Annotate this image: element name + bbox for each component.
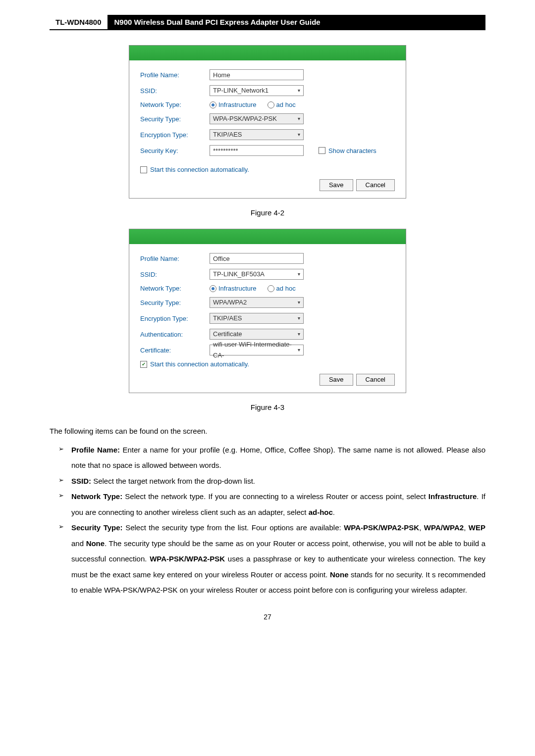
security-type-select[interactable]: WPA/WPA2 ▾ (210, 297, 304, 308)
cancel-button[interactable]: Cancel (356, 179, 395, 191)
item-label: Profile Name: (71, 446, 120, 454)
term-opt3: WEP (469, 523, 485, 532)
show-characters-label: Show characters (328, 147, 376, 154)
ssid-label: SSID: (140, 271, 210, 278)
chevron-down-icon: ▾ (298, 269, 300, 280)
certificate-select[interactable]: wifi-user WiFi-Intermediate-CA- ▾ (210, 345, 304, 355)
security-type-label: Security Type: (140, 115, 210, 123)
list-item: Security Type: Select the security type … (50, 520, 485, 598)
authentication-label: Authentication: (140, 331, 210, 338)
doc-title: N900 Wireless Dual Band PCI Express Adap… (107, 15, 485, 29)
network-type-label: Network Type: (140, 285, 210, 292)
figure-caption-2: Figure 4-3 (50, 403, 485, 411)
adhoc-radio[interactable] (268, 285, 274, 292)
dialog-title-bar (129, 46, 406, 60)
infrastructure-radio[interactable] (210, 285, 216, 292)
encryption-type-label: Encryption Type: (140, 131, 210, 139)
adhoc-radio[interactable] (268, 101, 274, 108)
list-item: Profile Name: Enter a name for your prof… (50, 442, 485, 473)
item-text: . (333, 508, 335, 516)
ssid-select[interactable]: TP-LINK_Network1 ▾ (210, 85, 304, 96)
term-opt1: WPA-PSK/WPA2-PSK (344, 523, 419, 532)
term-opt4: None (86, 539, 105, 548)
save-button[interactable]: Save (320, 179, 353, 191)
security-type-select[interactable]: WPA-PSK/WPA2-PSK ▾ (210, 113, 304, 124)
auto-start-label: Start this connection automatically. (150, 166, 249, 173)
page-number: 27 (50, 613, 485, 621)
profile-name-input[interactable]: Office (210, 253, 304, 264)
ssid-label: SSID: (140, 87, 210, 95)
ssid-select[interactable]: TP-LINK_BF503A ▾ (210, 269, 304, 280)
term-adhoc: ad-hoc (309, 508, 333, 516)
profile-name-label: Profile Name: (140, 255, 210, 262)
encryption-type-value: TKIP/AES (213, 129, 242, 140)
item-text: Enter a name for your profile (e.g. Home… (71, 446, 485, 470)
list-item: Network Type: Select the network type. I… (50, 489, 485, 520)
chevron-down-icon: ▾ (298, 129, 300, 140)
item-text: Select the network type. If you are conn… (122, 492, 428, 501)
encryption-type-label: Encryption Type: (140, 315, 210, 322)
chevron-down-icon: ▾ (298, 345, 300, 355)
security-type-value: WPA-PSK/WPA2-PSK (213, 113, 277, 124)
ssid-value: TP-LINK_BF503A (213, 269, 265, 280)
chevron-down-icon: ▾ (298, 329, 300, 340)
item-text: Select the security type from the list. … (123, 523, 344, 532)
item-label: SSID: (71, 477, 91, 485)
term-opt6: None (330, 570, 349, 579)
chevron-down-icon: ▾ (298, 297, 300, 308)
doc-header: TL-WDN4800 N900 Wireless Dual Band PCI E… (50, 15, 485, 30)
profile-dialog-2: Profile Name: Office SSID: TP-LINK_BF503… (129, 229, 406, 393)
network-type-label: Network Type: (140, 101, 210, 108)
ssid-value: TP-LINK_Network1 (213, 85, 268, 96)
items-list: Profile Name: Enter a name for your prof… (50, 442, 485, 598)
infrastructure-label: Infrastructure (218, 101, 257, 108)
certificate-value: wifi-user WiFi-Intermediate-CA- (213, 339, 298, 361)
security-key-input[interactable]: ********** (210, 145, 304, 156)
security-type-label: Security Type: (140, 299, 210, 306)
encryption-type-value: TKIP/AES (213, 313, 242, 324)
intro-text: The following items can be found on the … (50, 423, 485, 439)
chevron-down-icon: ▾ (298, 113, 300, 124)
dialog-title-bar (129, 229, 406, 244)
infrastructure-label: Infrastructure (218, 285, 257, 292)
item-text: Select the target network from the drop-… (91, 477, 255, 485)
save-button[interactable]: Save (320, 374, 353, 386)
cancel-button[interactable]: Cancel (356, 374, 395, 386)
authentication-select[interactable]: Certificate ▾ (210, 329, 304, 340)
profile-name-input[interactable]: Home (210, 69, 304, 80)
item-label: Network Type: (71, 492, 122, 501)
certificate-label: Certificate: (140, 347, 210, 354)
security-key-label: Security Key: (140, 147, 210, 154)
chevron-down-icon: ▾ (298, 313, 300, 324)
authentication-value: Certificate (213, 329, 242, 340)
auto-start-checkbox[interactable] (140, 166, 147, 173)
security-type-value: WPA/WPA2 (213, 297, 247, 308)
chevron-down-icon: ▾ (298, 85, 300, 96)
figure-caption-1: Figure 4-2 (50, 208, 485, 217)
adhoc-label: ad hoc (276, 101, 296, 108)
encryption-type-select[interactable]: TKIP/AES ▾ (210, 129, 304, 140)
term-opt5: WPA-PSK/WPA2-PSK (150, 554, 225, 563)
term-opt2: WPA/WPA2 (424, 523, 464, 532)
item-label: Security Type: (71, 523, 123, 532)
auto-start-label: Start this connection automatically. (150, 360, 249, 368)
profile-name-label: Profile Name: (140, 71, 210, 79)
encryption-type-select[interactable]: TKIP/AES ▾ (210, 313, 304, 324)
model-number: TL-WDN4800 (50, 15, 107, 29)
auto-start-checkbox[interactable]: ✔ (140, 361, 147, 368)
list-item: SSID: Select the target network from the… (50, 473, 485, 489)
profile-dialog-1: Profile Name: Home SSID: TP-LINK_Network… (129, 45, 406, 199)
term-infrastructure: Infrastructure (428, 492, 477, 501)
infrastructure-radio[interactable] (210, 101, 216, 108)
adhoc-label: ad hoc (276, 285, 296, 292)
show-characters-checkbox[interactable] (319, 147, 325, 154)
